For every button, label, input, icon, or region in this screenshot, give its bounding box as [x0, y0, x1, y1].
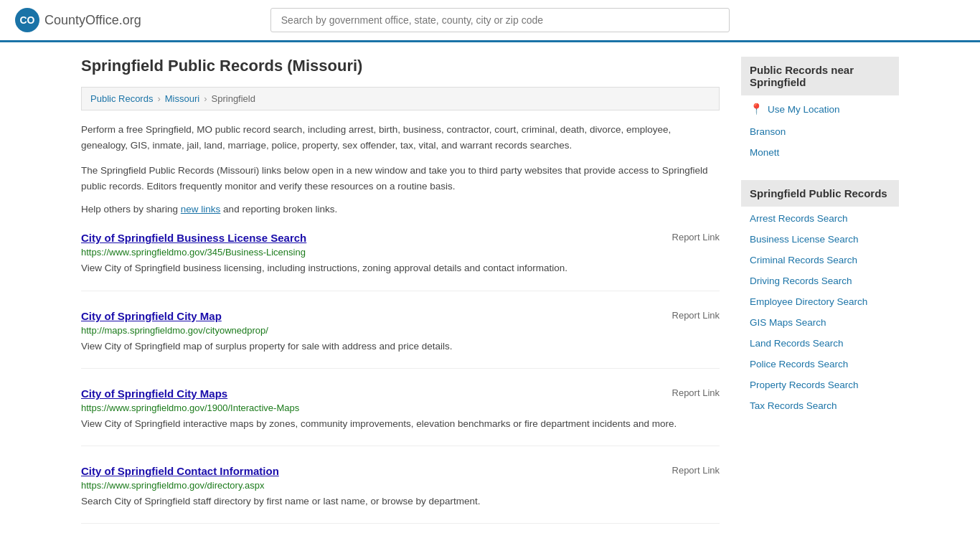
springfield-links: Arrest Records SearchBusiness License Se…: [741, 208, 899, 416]
breadcrumb-sep-1: ›: [157, 93, 160, 104]
report-link-1[interactable]: Report Link: [672, 310, 720, 321]
logo-suffix: .org: [119, 13, 141, 27]
nearby-link-1: Monett: [741, 142, 899, 163]
sidebar: Public Records near Springfield 📍 Use My…: [741, 57, 899, 542]
results-list: City of Springfield Business License Sea…: [81, 232, 720, 524]
breadcrumb-public-records[interactable]: Public Records: [90, 93, 153, 104]
springfield-link-1[interactable]: Business License Search: [750, 234, 859, 245]
result-title-3[interactable]: City of Springfield Contact Information: [81, 465, 279, 477]
logo-icon: CO: [14, 7, 40, 33]
result-desc-1: View City of Springfield map of surplus …: [81, 339, 720, 354]
result-title-1[interactable]: City of Springfield City Map: [81, 310, 222, 322]
springfield-link-item-8: Property Records Search: [741, 375, 899, 395]
share-before: Help others by sharing: [81, 204, 181, 215]
page-title: Springfield Public Records (Missouri): [81, 57, 720, 75]
share-after: and reporting broken links.: [220, 204, 337, 215]
result-header-0: City of Springfield Business License Sea…: [81, 232, 720, 244]
nearby-link-anchor-1[interactable]: Monett: [750, 147, 779, 158]
intro-paragraph: Perform a free Springfield, MO public re…: [81, 122, 720, 153]
result-url-0[interactable]: https://www.springfieldmo.gov/345/Busine…: [81, 247, 720, 258]
result-header-2: City of Springfield City Maps Report Lin…: [81, 387, 720, 400]
svg-text:CO: CO: [20, 14, 35, 26]
springfield-link-3[interactable]: Driving Records Search: [750, 276, 852, 286]
report-link-2[interactable]: Report Link: [672, 387, 720, 398]
search-input[interactable]: [270, 8, 730, 32]
springfield-link-4[interactable]: Employee Directory Search: [750, 296, 867, 307]
springfield-link-2[interactable]: Criminal Records Search: [750, 255, 857, 265]
springfield-link-item-2: Criminal Records Search: [741, 250, 899, 270]
breadcrumb-missouri[interactable]: Missouri: [165, 93, 199, 104]
result-entry: City of Springfield Business License Sea…: [81, 232, 720, 291]
springfield-link-item-6: Land Records Search: [741, 333, 899, 354]
report-link-3[interactable]: Report Link: [672, 465, 720, 476]
springfield-link-item-3: Driving Records Search: [741, 270, 899, 291]
springfield-link-item-7: Police Records Search: [741, 354, 899, 375]
result-desc-0: View City of Springfield business licens…: [81, 261, 720, 276]
result-header-3: City of Springfield Contact Information …: [81, 465, 720, 477]
result-header-1: City of Springfield City Map Report Link: [81, 310, 720, 322]
logo-main: CountyOffice: [44, 13, 119, 27]
breadcrumb: Public Records › Missouri › Springfield: [81, 87, 720, 110]
nearby-link-0: Branson: [741, 121, 899, 142]
logo-area: CO CountyOffice.org: [14, 7, 141, 33]
search-bar: [270, 8, 730, 32]
nearby-link-anchor-0[interactable]: Branson: [750, 126, 786, 137]
springfield-link-0[interactable]: Arrest Records Search: [750, 213, 848, 224]
share-text: Help others by sharing new links and rep…: [81, 204, 720, 215]
report-link-0[interactable]: Report Link: [672, 232, 720, 242]
springfield-section: Springfield Public Records Arrest Record…: [741, 180, 899, 416]
result-entry: City of Springfield City Map Report Link…: [81, 310, 720, 369]
breadcrumb-sep-2: ›: [204, 93, 207, 104]
logo-text: CountyOffice.org: [44, 13, 141, 28]
springfield-link-7[interactable]: Police Records Search: [750, 359, 848, 369]
main-wrapper: Springfield Public Records (Missouri) Pu…: [67, 42, 913, 551]
use-location-item[interactable]: 📍 Use My Location: [741, 97, 899, 121]
result-title-0[interactable]: City of Springfield Business License Sea…: [81, 232, 306, 244]
springfield-link-9[interactable]: Tax Records Search: [750, 400, 837, 411]
springfield-link-item-5: GIS Maps Search: [741, 312, 899, 333]
header: CO CountyOffice.org: [0, 0, 980, 42]
result-desc-3: Search City of Springfield staff directo…: [81, 494, 720, 509]
springfield-link-item-1: Business License Search: [741, 229, 899, 250]
springfield-link-5[interactable]: GIS Maps Search: [750, 317, 826, 328]
springfield-link-item-4: Employee Directory Search: [741, 291, 899, 312]
result-url-3[interactable]: https://www.springfieldmo.gov/directory.…: [81, 480, 720, 491]
use-location-link[interactable]: Use My Location: [768, 104, 840, 115]
result-desc-2: View City of Springfield interactive map…: [81, 417, 720, 431]
breadcrumb-springfield: Springfield: [212, 93, 255, 104]
nearby-section: Public Records near Springfield 📍 Use My…: [741, 57, 899, 163]
springfield-link-item-0: Arrest Records Search: [741, 208, 899, 229]
location-icon: 📍: [750, 103, 763, 116]
springfield-link-8[interactable]: Property Records Search: [750, 380, 859, 390]
disclaimer-paragraph: The Springfield Public Records (Missouri…: [81, 163, 720, 194]
content-area: Springfield Public Records (Missouri) Pu…: [81, 57, 720, 542]
result-title-2[interactable]: City of Springfield City Maps: [81, 387, 227, 400]
result-url-2[interactable]: https://www.springfieldmo.gov/1900/Inter…: [81, 402, 720, 413]
result-url-1[interactable]: http://maps.springfieldmo.gov/cityownedp…: [81, 325, 720, 336]
nearby-heading: Public Records near Springfield: [741, 57, 899, 95]
springfield-link-item-9: Tax Records Search: [741, 395, 899, 416]
result-entry: City of Springfield City Maps Report Lin…: [81, 387, 720, 446]
springfield-link-6[interactable]: Land Records Search: [750, 338, 844, 349]
result-entry: City of Springfield Contact Information …: [81, 465, 720, 524]
nearby-links: BransonMonett: [741, 121, 899, 163]
springfield-heading: Springfield Public Records: [741, 180, 899, 207]
new-links-link[interactable]: new links: [181, 204, 221, 215]
